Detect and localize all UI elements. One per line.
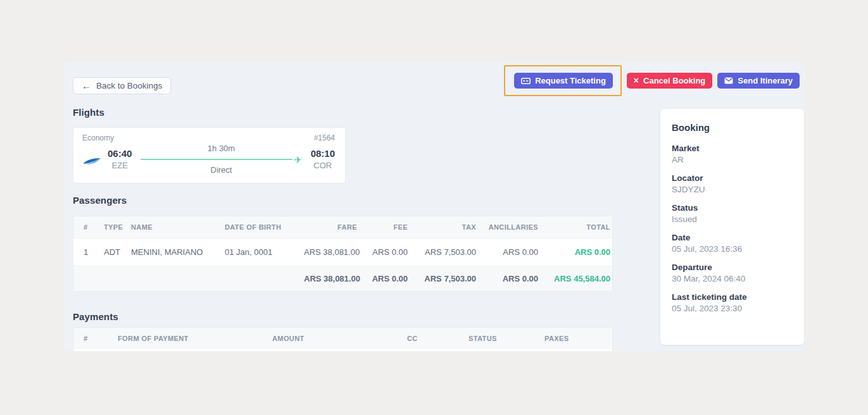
col-num: # [73,216,99,238]
col-name: NAME [126,216,220,238]
field-value: AR [672,155,793,164]
flights-section-title: Flights [73,107,613,118]
booking-field-status: Status Issued [672,203,793,224]
departure-time: 06:40 [108,147,132,160]
flight-stops: Direct [211,165,232,175]
booking-detail-panel: ← Back to Bookings Request Ticketing [63,62,805,351]
field-value: 05 Jul, 2023 16:36 [672,244,793,254]
passengers-table: # TYPE NAME DATE OF BIRTH FARE FEE TAX A… [73,216,613,292]
plane-icon: ✈ [294,155,302,164]
col-paxes: PAXES [539,328,613,349]
field-label: Departure [672,263,793,272]
passenger-fare: ARS 38,081.00 [299,238,362,266]
cancel-booking-label: Cancel Booking [643,77,705,85]
passenger-fee: ARS 0.00 [362,238,413,266]
passengers-section-title: Passengers [73,195,613,206]
flight-number: #1564 [314,133,335,142]
envelope-icon [724,77,733,84]
passenger-total: ARS 0.00 [543,238,613,266]
col-type: TYPE [99,216,126,238]
passenger-ancillaries: ARS 0.00 [481,238,543,266]
field-value: 30 Mar, 2024 06:40 [672,274,793,283]
ticket-icon [521,77,531,85]
payments-table: # FORM OF PAYMENT AMOUNT CC STATUS PAXES [73,327,613,351]
payments-section-title: Payments [73,311,613,322]
booking-field-market: Market AR [672,144,793,164]
field-value: 05 Jul, 2023 23:30 [672,304,793,313]
close-icon: × [634,76,639,85]
col-total: TOTAL [543,216,613,238]
field-label: Market [672,144,793,153]
booking-field-departure: Departure 30 Mar, 2024 06:40 [672,263,793,283]
col-ancillaries: ANCILLARIES [481,216,543,238]
totals-fee: ARS 0.00 [362,266,413,292]
col-amount: AMOUNT [267,328,402,349]
col-dob: DATE OF BIRTH [220,216,299,238]
flight-card: Economy #1564 06:40 EZE 1h 30m [73,127,346,183]
booking-field-locator: Locator SJDYZU [672,173,793,194]
field-value: Issued [672,214,793,224]
col-status: STATUS [463,328,539,349]
cabin-class-label: Economy [82,133,114,142]
totals-ancillaries: ARS 0.00 [481,266,543,292]
totals-tax: ARS 7,503.00 [413,266,481,292]
col-fare: FARE [299,216,362,238]
field-label: Date [672,233,793,242]
send-itinerary-label: Send Itinerary [738,77,793,85]
flight-duration: 1h 30m [208,144,235,153]
passenger-tax: ARS 7,503.00 [413,238,481,266]
field-label: Last ticketing date [672,292,793,302]
col-cc: CC [402,328,463,349]
back-arrow-icon: ← [82,81,91,90]
send-itinerary-button[interactable]: Send Itinerary [717,73,800,89]
main-content: Flights Economy #1564 06:40 EZE [63,107,613,351]
request-ticketing-highlight-box: Request Ticketing [504,65,622,96]
request-ticketing-label: Request Ticketing [535,77,606,85]
passengers-header-row: # TYPE NAME DATE OF BIRTH FARE FEE TAX A… [73,216,613,238]
passenger-name: MENINI, MARIANO [126,238,220,266]
flight-path-line [141,159,292,160]
arrival-airport: COR [311,160,335,171]
col-payment-num: # [73,328,113,349]
booking-summary-card: Booking Market AR Locator SJDYZU Status … [660,109,804,345]
field-label: Status [672,203,793,213]
arrival-endpoint: 08:10 COR [311,147,335,171]
airline-logo-icon [82,157,101,166]
field-label: Locator [672,173,793,183]
passenger-num: 1 [73,238,99,266]
arrival-time: 08:10 [311,147,335,160]
payments-header-row: # FORM OF PAYMENT AMOUNT CC STATUS PAXES [73,328,613,349]
back-button-label: Back to Bookings [96,81,162,90]
departure-endpoint: 06:40 EZE [108,147,132,171]
passenger-type: ADT [99,238,126,266]
totals-fare: ARS 38,081.00 [299,266,362,292]
request-ticketing-button[interactable]: Request Ticketing [514,73,613,89]
toolbar: ← Back to Bookings Request Ticketing [63,62,805,99]
booking-field-date: Date 05 Jul, 2023 16:36 [672,233,793,254]
col-fee: FEE [362,216,413,238]
departure-airport: EZE [108,160,132,171]
flight-leg: 1h 30m ✈ Direct [132,144,310,175]
page-background: ← Back to Bookings Request Ticketing [0,0,868,415]
passenger-dob: 01 Jan, 0001 [220,238,299,266]
passenger-row: 1 ADT MENINI, MARIANO 01 Jan, 0001 ARS 3… [73,238,613,266]
back-to-bookings-button[interactable]: ← Back to Bookings [73,77,171,94]
col-tax: TAX [413,216,481,238]
toolbar-actions: Request Ticketing × Cancel Booking Send … [504,65,800,96]
cancel-booking-button[interactable]: × Cancel Booking [627,73,712,89]
passengers-totals-row: ARS 38,081.00 ARS 0.00 ARS 7,503.00 ARS … [73,266,613,292]
booking-card-title: Booking [672,122,793,133]
col-form-of-payment: FORM OF PAYMENT [113,328,267,349]
totals-total: ARS 45,584.00 [543,266,613,292]
booking-field-last-ticketing-date: Last ticketing date 05 Jul, 2023 23:30 [672,292,793,313]
field-value: SJDYZU [672,185,793,194]
